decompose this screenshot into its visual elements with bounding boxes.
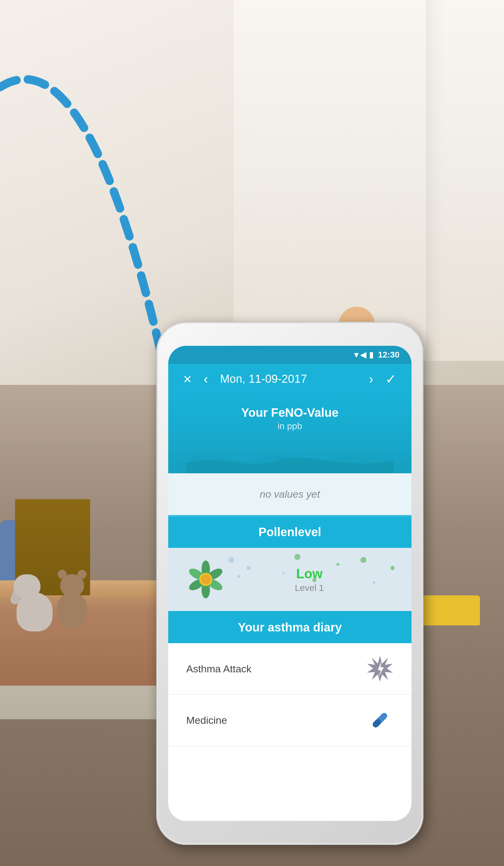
pollen-display: Low Level 1 [168, 548, 412, 612]
pollen-dot [294, 554, 300, 560]
status-time: 12:30 [378, 350, 400, 359]
pollen-level-text: Low [225, 566, 393, 581]
no-values-text: no values yet [260, 488, 320, 500]
pollen-header: Pollenlevel [168, 516, 412, 548]
burst-svg [366, 655, 393, 682]
nav-date-label: Mon, 11-09-2017 [220, 373, 307, 386]
diary-item-asthma-attack[interactable]: Asthma Attack [168, 643, 412, 695]
diary-item-label-medicine: Medicine [186, 714, 227, 726]
diary-header: Your asthma diary [168, 612, 412, 643]
nav-right: › ✓ [369, 371, 397, 387]
pollen-dot [360, 557, 366, 563]
medicine-svg [366, 707, 393, 734]
medicine-icon [366, 707, 393, 734]
nav-left: × ‹ Mon, 11-09-2017 [183, 371, 307, 387]
toy-truck [420, 595, 480, 625]
diary-title: Your asthma diary [238, 621, 342, 634]
diary-item-label-attack: Asthma Attack [186, 663, 251, 675]
elephant-body [16, 592, 53, 632]
nav-next-button[interactable]: › [369, 371, 373, 386]
teddy-bear [51, 568, 93, 629]
pollen-sub-level: Level 1 [225, 583, 393, 593]
pollen-dot [228, 557, 234, 563]
phone-outer: ▼◀ ▮ 12:30 × ‹ Mon, 11-09-2017 › ✓ [156, 322, 424, 845]
diary-item-medicine[interactable]: Medicine [168, 695, 412, 746]
feno-no-values: no values yet [168, 473, 412, 516]
elephant-toy [12, 577, 57, 632]
signal-icon: ▼◀ [353, 350, 366, 359]
phone-device: ▼◀ ▮ 12:30 × ‹ Mon, 11-09-2017 › ✓ [156, 322, 426, 848]
pollen-title: Pollenlevel [259, 525, 321, 539]
feno-wave [186, 437, 393, 473]
close-button[interactable]: × [183, 371, 192, 387]
diary-items: Asthma Attack Medicine [168, 643, 412, 746]
feno-subtitle: in ppb [186, 421, 393, 431]
lightning-burst-icon [366, 655, 393, 682]
feno-title: Your FeNO-Value [186, 406, 393, 420]
curtain-fold [426, 0, 444, 361]
battery-icon: ▮ [369, 350, 373, 359]
nav-confirm-button[interactable]: ✓ [385, 371, 397, 387]
nav-prev-button[interactable]: ‹ [204, 371, 208, 386]
wave-svg [186, 443, 393, 473]
phone-screen: ▼◀ ▮ 12:30 × ‹ Mon, 11-09-2017 › ✓ [168, 346, 412, 821]
teddy-body [57, 592, 87, 629]
pollen-dot [336, 563, 340, 566]
curtain-right [234, 0, 504, 361]
status-icons: ▼◀ ▮ [353, 350, 374, 359]
nav-bar: × ‹ Mon, 11-09-2017 › ✓ [168, 364, 412, 394]
status-bar: ▼◀ ▮ 12:30 [168, 346, 412, 364]
feno-section: Your FeNO-Value in ppb [168, 394, 412, 473]
pollen-info: Low Level 1 [225, 566, 393, 593]
